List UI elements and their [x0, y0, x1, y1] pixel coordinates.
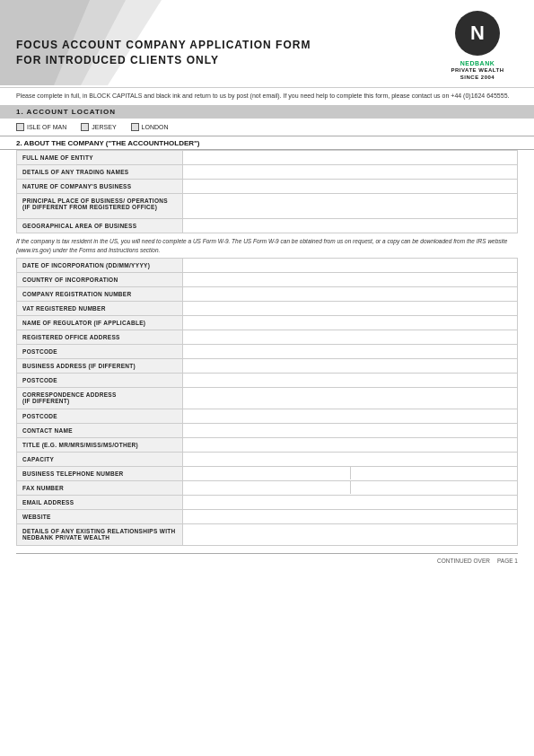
input-capacity[interactable]	[183, 452, 518, 466]
fields-table-1: FULL NAME OF ENTITY DETAILS OF ANY TRADI…	[16, 150, 518, 233]
us-tax-note: If the company is tax resident in the US…	[0, 233, 534, 257]
label-email: EMAIL ADDRESS	[17, 495, 183, 509]
label-full-name: FULL NAME OF ENTITY	[17, 151, 183, 165]
business-tel-left[interactable]	[183, 467, 351, 479]
input-trading-names[interactable]	[183, 165, 518, 180]
label-country-incorporation: COUNTRY OF INCORPORATION	[17, 272, 183, 286]
label-fax: FAX NUMBER	[17, 480, 183, 495]
london-checkbox[interactable]: LONDON	[131, 123, 169, 131]
label-contact-name: CONTACT NAME	[17, 423, 183, 437]
table-row: WEBSITE	[17, 509, 518, 523]
label-regulator: NAME OF REGULATOR (if applicable)	[17, 315, 183, 330]
logo-circle: N	[455, 11, 500, 56]
label-vat: VAT REGISTERED NUMBER	[17, 301, 183, 315]
table-row: COMPANY REGISTRATION NUMBER	[17, 286, 518, 301]
table-row: POSTCODE	[17, 409, 518, 423]
page-header: FOCUS ACCOUNT COMPANY APPLICATION FORM F…	[0, 0, 534, 87]
input-country-incorporation[interactable]	[183, 272, 518, 286]
table-row: POSTCODE	[17, 344, 518, 358]
label-registered-office: REGISTERED OFFICE ADDRESS	[17, 330, 183, 344]
london-label: LONDON	[142, 124, 169, 130]
footer-continued: CONTINUED OVER	[437, 558, 490, 564]
input-principal-place[interactable]	[183, 194, 518, 219]
label-nature-business: NATURE OF COMPANY'S BUSINESS	[17, 180, 183, 194]
input-registered-office[interactable]	[183, 330, 518, 344]
table-row: CONTACT NAME	[17, 423, 518, 437]
input-geographical[interactable]	[183, 219, 518, 233]
logo-text: NEDBANK PRIVATE WEALTH since 2004	[451, 59, 504, 82]
table-row: CORRESPONDENCE ADDRESS (if different)	[17, 387, 518, 409]
table-row: DETAILS OF ANY EXISTING RELATIONSHIPS WI…	[17, 523, 518, 545]
table-row: FAX NUMBER	[17, 480, 518, 495]
input-date-incorporation[interactable]	[183, 258, 518, 272]
isle-of-man-box[interactable]	[16, 123, 24, 131]
table-row: BUSINESS TELEPHONE NUMBER	[17, 466, 518, 480]
input-business-address[interactable]	[183, 358, 518, 373]
isle-of-man-label: ISLE OF MAN	[27, 124, 66, 130]
input-title[interactable]	[183, 437, 518, 452]
input-correspondence[interactable]	[183, 387, 518, 409]
input-postcode-3[interactable]	[183, 409, 518, 423]
label-business-telephone: BUSINESS TELEPHONE NUMBER	[17, 466, 183, 480]
jersey-box[interactable]	[81, 123, 89, 131]
table-row: DATE OF INCORPORATION (DD/MM/YYYY)	[17, 258, 518, 272]
page-title: FOCUS ACCOUNT COMPANY APPLICATION FORM F…	[16, 38, 437, 68]
table-row: REGISTERED OFFICE ADDRESS	[17, 330, 518, 344]
section1-header: 1. ACCOUNT LOCATION	[0, 105, 534, 119]
label-trading-names: DETAILS OF ANY TRADING NAMES	[17, 165, 183, 180]
label-postcode-2: POSTCODE	[17, 373, 183, 387]
logo-sub: PRIVATE WEALTH	[451, 67, 504, 75]
london-box[interactable]	[131, 123, 139, 131]
input-website[interactable]	[183, 509, 518, 523]
table-row: BUSINESS ADDRESS (if different)	[17, 358, 518, 373]
fields-table-2: DATE OF INCORPORATION (DD/MM/YYYY) COUNT…	[16, 258, 518, 546]
label-date-incorporation: DATE OF INCORPORATION (DD/MM/YYYY)	[17, 258, 183, 272]
instructions-text: Please complete in full, in BLOCK CAPITA…	[0, 87, 534, 106]
table-row: GEOGRAPHICAL AREA OF BUSINESS	[17, 219, 518, 233]
input-nature-business[interactable]	[183, 180, 518, 194]
table-row: POSTCODE	[17, 373, 518, 387]
table-row: COUNTRY OF INCORPORATION	[17, 272, 518, 286]
label-principal-place: PRINCIPAL PLACE OF BUSINESS/ OPERATIONS …	[17, 194, 183, 219]
logo-letter: N	[470, 22, 485, 45]
jersey-checkbox[interactable]: JERSEY	[81, 123, 116, 131]
input-company-registration[interactable]	[183, 286, 518, 301]
input-business-telephone[interactable]	[183, 466, 518, 480]
logo-brand: NEDBANK	[451, 59, 504, 67]
table-row: EMAIL ADDRESS	[17, 495, 518, 509]
input-fax[interactable]	[183, 480, 518, 495]
input-vat[interactable]	[183, 301, 518, 315]
input-contact-name[interactable]	[183, 423, 518, 437]
table-row: PRINCIPAL PLACE OF BUSINESS/ OPERATIONS …	[17, 194, 518, 219]
section2-header: 2. ABOUT THE COMPANY ("THE ACCOUNTHOLDER…	[0, 136, 534, 150]
section2-fields-2: DATE OF INCORPORATION (DD/MM/YYYY) COUNT…	[0, 258, 534, 546]
label-postcode-3: POSTCODE	[17, 409, 183, 423]
input-postcode-2[interactable]	[183, 373, 518, 387]
label-business-address: BUSINESS ADDRESS (if different)	[17, 358, 183, 373]
section2-fields-1: FULL NAME OF ENTITY DETAILS OF ANY TRADI…	[0, 150, 534, 233]
input-email[interactable]	[183, 495, 518, 509]
table-row: VAT REGISTERED NUMBER	[17, 301, 518, 315]
label-title: TITLE (e.g. Mr/Mrs/Miss/Ms/Other)	[17, 437, 183, 452]
logo-tag: since 2004	[451, 75, 504, 82]
label-company-registration: COMPANY REGISTRATION NUMBER	[17, 286, 183, 301]
label-correspondence: CORRESPONDENCE ADDRESS (if different)	[17, 387, 183, 409]
input-existing-relationships[interactable]	[183, 523, 518, 545]
jersey-label: JERSEY	[92, 124, 116, 130]
table-row: FULL NAME OF ENTITY	[17, 151, 518, 165]
business-tel-right[interactable]	[351, 467, 518, 479]
fax-right[interactable]	[351, 481, 518, 494]
label-website: WEBSITE	[17, 509, 183, 523]
input-regulator[interactable]	[183, 315, 518, 330]
table-row: NAME OF REGULATOR (if applicable)	[17, 315, 518, 330]
label-existing-relationships: DETAILS OF ANY EXISTING RELATIONSHIPS WI…	[17, 523, 183, 545]
isle-of-man-checkbox[interactable]: ISLE OF MAN	[16, 123, 66, 131]
input-full-name[interactable]	[183, 151, 518, 165]
account-location: ISLE OF MAN JERSEY LONDON	[0, 119, 534, 136]
input-postcode-1[interactable]	[183, 344, 518, 358]
footer-page: PAGE 1	[497, 558, 518, 564]
label-geographical: GEOGRAPHICAL AREA OF BUSINESS	[17, 219, 183, 233]
fax-left[interactable]	[183, 481, 351, 494]
table-row: NATURE OF COMPANY'S BUSINESS	[17, 180, 518, 194]
label-postcode-1: POSTCODE	[17, 344, 183, 358]
